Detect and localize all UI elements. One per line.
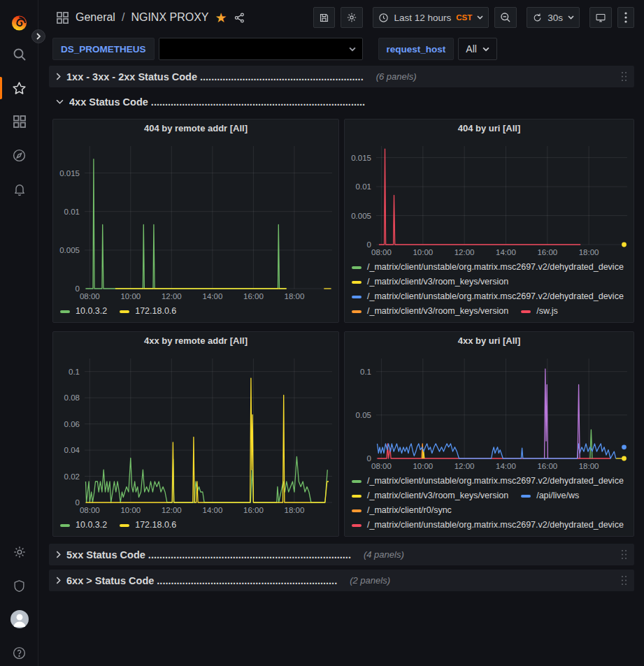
variable-ds-prometheus-value[interactable] (159, 38, 363, 60)
row-title: 4xx Status Code ........................… (69, 96, 365, 108)
legend-item[interactable]: 10.0.3.2 (60, 304, 107, 319)
sidebar-item-search[interactable] (0, 41, 38, 68)
compass-icon (12, 148, 27, 163)
svg-text:18:00: 18:00 (285, 506, 305, 514)
svg-text:0.05: 0.05 (356, 411, 371, 419)
svg-text:14:00: 14:00 (496, 248, 516, 256)
legend-series-swatch (352, 524, 362, 527)
favorite-star-icon[interactable]: ★ (215, 11, 227, 24)
row-drag-handle[interactable] (621, 575, 627, 586)
sidebar-item-configuration[interactable] (0, 538, 38, 566)
svg-text:12:00: 12:00 (455, 248, 475, 256)
time-range-label: Last 12 hours (394, 13, 451, 23)
sidebar-item-help[interactable] (0, 639, 38, 666)
legend-series-swatch (352, 495, 362, 498)
legend-item[interactable]: 10.0.3.2 (60, 518, 107, 533)
legend-item[interactable]: 172.18.0.6 (120, 518, 176, 533)
panel-title[interactable]: 404 by uri [All] (345, 120, 634, 137)
plot-area[interactable]: 08:0010:0012:0014:0016:0018:0000.0050.01… (53, 137, 338, 303)
dashboard-title[interactable]: NGINX PROXY (131, 11, 208, 24)
legend-item[interactable]: 172.18.0.6 (120, 304, 176, 319)
variable-request-host-value[interactable]: All (458, 38, 497, 60)
chevron-down-icon (349, 47, 356, 52)
legend-item[interactable]: /sw.js (521, 304, 558, 319)
sidebar-item-explore[interactable] (0, 141, 38, 169)
legend-series-swatch (352, 281, 362, 284)
svg-text:14:00: 14:00 (496, 462, 516, 470)
svg-text:0.005: 0.005 (351, 212, 371, 220)
legend-series-swatch (352, 266, 362, 269)
row-6xx[interactable]: 6xx > Status Code ......................… (49, 570, 634, 591)
tv-mode-button[interactable] (589, 7, 612, 28)
sidebar (0, 0, 38, 666)
plot-area[interactable]: 08:0010:0012:0014:0016:0018:0000.0050.01… (345, 137, 634, 259)
panel-404-by-remote-addr: 404 by remote addr [All] 08:0010:0012:00… (52, 119, 339, 323)
legend-item[interactable]: /_matrix/client/unstable/org.matrix.msc2… (352, 518, 624, 533)
legend-series-swatch (521, 310, 531, 313)
svg-text:16:00: 16:00 (243, 506, 264, 514)
toolbar: Last 12 hours CST 30s (313, 7, 634, 28)
panel-title[interactable]: 404 by remote addr [All] (53, 120, 338, 137)
svg-text:18:00: 18:00 (579, 248, 599, 256)
legend-series-swatch (120, 524, 129, 527)
svg-text:0: 0 (367, 240, 371, 249)
row-1xx-3xx-2xx[interactable]: 1xx - 3xx - 2xx Status Code ............… (49, 66, 634, 87)
svg-text:18:00: 18:00 (579, 462, 599, 470)
row-drag-handle[interactable] (621, 71, 627, 82)
legend-item[interactable]: /_matrix/client/v3/room_keys/version (352, 275, 508, 289)
plot-area[interactable]: 08:0010:0012:0014:0016:0018:0000.020.040… (53, 349, 338, 516)
legend-series-swatch (521, 495, 531, 498)
share-icon[interactable] (234, 12, 245, 24)
sidebar-item-server-admin[interactable] (0, 572, 38, 600)
row-title: 1xx - 3xx - 2xx Status Code ............… (66, 71, 364, 82)
zoom-out-time-button[interactable] (494, 7, 517, 28)
svg-text:0.02: 0.02 (64, 472, 80, 481)
variable-ds-prometheus-label[interactable]: DS_PROMETHEUS (52, 38, 155, 60)
legend-item[interactable]: /_matrix/client/unstable/org.matrix.msc2… (352, 289, 624, 304)
svg-text:10:00: 10:00 (120, 292, 141, 301)
chevron-right-icon (56, 551, 61, 558)
legend: /_matrix/client/unstable/org.matrix.msc2… (345, 472, 634, 536)
sidebar-item-alerting[interactable] (0, 175, 38, 203)
refresh-interval-button[interactable]: 30s (527, 7, 580, 28)
legend-series-swatch (352, 310, 362, 313)
request-host-selected: All (466, 43, 477, 55)
legend-item[interactable]: /_matrix/client/v3/room_keys/version (352, 304, 508, 319)
time-range-picker[interactable]: Last 12 hours CST (373, 7, 489, 28)
sidebar-expand-button[interactable] (31, 29, 45, 43)
kebab-vertical-dots-icon (624, 12, 627, 23)
chevron-down-icon (56, 99, 64, 104)
legend-item[interactable]: /_matrix/client/r0/sync (352, 503, 452, 518)
shield-icon (13, 579, 26, 593)
row-panel-count: (6 panels) (376, 71, 417, 82)
row-4xx[interactable]: 4xx Status Code ........................… (49, 92, 634, 112)
sidebar-item-profile[interactable] (0, 605, 38, 633)
dashboard-settings-button[interactable] (341, 7, 363, 28)
top-navbar: General / NGINX PROXY ★ (38, 0, 644, 35)
breadcrumb: General / NGINX PROXY ★ (56, 11, 245, 24)
legend-item[interactable]: /_matrix/client/v3/room_keys/version (352, 488, 508, 503)
legend-item[interactable]: /_matrix/client/unstable/org.matrix.msc2… (352, 474, 624, 488)
breadcrumb-section[interactable]: General (76, 11, 115, 24)
refresh-interval-label: 30s (548, 13, 563, 23)
row-5xx[interactable]: 5xx Status Code ........................… (49, 544, 634, 565)
legend-item[interactable]: /_matrix/client/unstable/org.matrix.msc2… (352, 260, 624, 275)
save-floppy-icon (319, 13, 329, 23)
monitor-icon (595, 13, 606, 23)
svg-text:10:00: 10:00 (413, 462, 433, 470)
kebab-menu-button[interactable] (617, 7, 634, 28)
legend: 10.0.3.2172.18.0.6 (53, 516, 338, 536)
svg-text:0.01: 0.01 (64, 208, 80, 216)
legend-item[interactable]: /api/live/ws (521, 488, 579, 503)
plot-area[interactable]: 08:0010:0012:0014:0016:0018:0000.050.1 (345, 349, 634, 472)
variable-request-host-label[interactable]: request_host (378, 38, 455, 60)
svg-text:0.01: 0.01 (356, 182, 371, 191)
sidebar-item-dashboards[interactable] (0, 108, 38, 136)
row-drag-handle[interactable] (621, 549, 627, 560)
svg-text:16:00: 16:00 (243, 292, 264, 301)
svg-text:16:00: 16:00 (537, 462, 557, 470)
sidebar-item-starred[interactable] (0, 74, 38, 102)
panel-title[interactable]: 4xx by uri [All] (345, 332, 634, 349)
save-dashboard-button[interactable] (313, 7, 335, 28)
panel-title[interactable]: 4xx by remote addr [All] (53, 332, 338, 349)
